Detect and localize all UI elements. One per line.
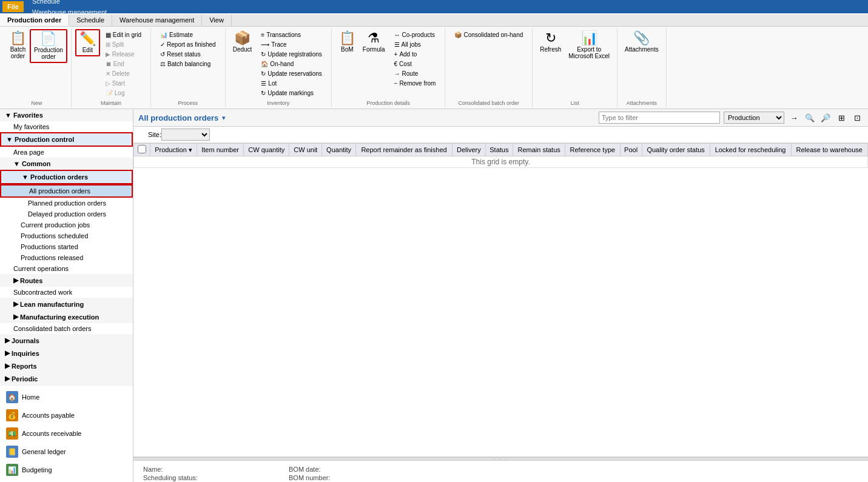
sidebar-item-productions-started[interactable]: Productions started bbox=[0, 241, 133, 252]
site-select[interactable] bbox=[161, 129, 210, 141]
batch-order-button[interactable]: 📋 Batchorder bbox=[6, 29, 30, 62]
deduct-button[interactable]: 📦 Deduct bbox=[229, 29, 256, 55]
add-to-button[interactable]: + Add to bbox=[391, 50, 439, 59]
file-button[interactable]: File bbox=[2, 1, 24, 12]
start-button[interactable]: ▷ Start bbox=[103, 79, 144, 88]
grid-header-release-warehouse[interactable]: Release to warehouse bbox=[791, 144, 868, 156]
update-markings-button[interactable]: ↻ Update markings bbox=[258, 89, 325, 98]
lot-button[interactable]: ☰ Lot bbox=[258, 79, 325, 88]
sidebar-item-favorites[interactable]: ▼ Favorites bbox=[0, 109, 133, 121]
filter-go-button[interactable]: → bbox=[788, 112, 800, 124]
update-reservations-button[interactable]: ↻ Update reservations bbox=[258, 69, 325, 78]
sidebar-item-productions-released[interactable]: Productions released bbox=[0, 252, 133, 263]
grid-header-production[interactable]: Production ▾ bbox=[150, 144, 197, 156]
grid-header-status[interactable]: Status bbox=[485, 144, 513, 156]
estimate-button[interactable]: 📊 Estimate bbox=[157, 30, 219, 39]
grid-table: Production ▾ Item number CW quantity CW … bbox=[133, 143, 868, 168]
filter-input[interactable] bbox=[599, 112, 720, 124]
filter-icon-2[interactable]: 🔎 bbox=[819, 112, 832, 124]
sidebar-item-delayed-production-orders[interactable]: Delayed production orders bbox=[0, 209, 133, 219]
production-order-button[interactable]: 📄 Productionorder bbox=[30, 29, 67, 63]
grid-header-delivery[interactable]: Delivery bbox=[453, 144, 485, 156]
ribbon-tab-production-order[interactable]: Production order bbox=[0, 15, 69, 26]
nav-item-budgeting[interactable]: 📊 Budgeting bbox=[0, 461, 133, 479]
sidebar-item-inquiries[interactable]: ▶ Inquiries bbox=[0, 347, 133, 360]
grid-header-locked-rescheduling[interactable]: Locked for rescheduling bbox=[710, 144, 791, 156]
sidebar-item-planned-production-orders[interactable]: Planned production orders bbox=[0, 198, 133, 209]
log-button[interactable]: 📝 Log bbox=[103, 89, 144, 98]
refresh-button[interactable]: ↻ Refresh bbox=[536, 29, 565, 55]
bom-button[interactable]: 📋 BoM bbox=[335, 29, 359, 55]
remove-from-button[interactable]: − Remove from bbox=[391, 79, 439, 88]
sidebar-item-production-orders[interactable]: ▼ Production orders bbox=[0, 170, 133, 184]
ribbon-tab-schedule[interactable]: Schedule bbox=[69, 15, 112, 26]
report-finished-button[interactable]: ✓ Report as finished bbox=[157, 40, 219, 49]
ribbon-tab-warehouse[interactable]: Warehouse management bbox=[112, 15, 202, 26]
sidebar-item-current-operations[interactable]: Current operations bbox=[0, 263, 133, 274]
sidebar-item-consolidated-batch-orders[interactable]: Consolidated batch orders bbox=[0, 323, 133, 334]
select-all-checkbox[interactable] bbox=[138, 145, 146, 153]
reset-status-button[interactable]: ↺ Reset status bbox=[157, 50, 219, 59]
batch-balancing-button[interactable]: ⚖ Batch balancing bbox=[157, 59, 219, 69]
nav-item-cost-accounting[interactable]: 🧮 Cost accounting bbox=[0, 479, 133, 482]
sidebar-item-my-favorites[interactable]: My favorites bbox=[0, 121, 133, 132]
split-button[interactable]: ⊞ Split bbox=[103, 40, 144, 49]
grid-header-report-remainder[interactable]: Report remainder as finished bbox=[355, 144, 452, 156]
on-hand-button[interactable]: 🏠 On-hand bbox=[258, 59, 325, 69]
update-registrations-button[interactable]: ↻ Update registrations bbox=[258, 50, 325, 59]
release-button[interactable]: ▶ Release bbox=[103, 50, 144, 59]
nav-item-accounts-payable[interactable]: 💰 Accounts payable bbox=[0, 406, 133, 424]
grid-header-remain-status[interactable]: Remain status bbox=[513, 144, 565, 156]
filter-dropdown[interactable]: Production bbox=[724, 112, 784, 124]
sidebar-item-lean-manufacturing[interactable]: ▶ Lean manufacturing bbox=[0, 298, 133, 310]
sidebar-item-common[interactable]: ▼ Common bbox=[0, 158, 133, 170]
edit-button[interactable]: ✏️ Edit bbox=[75, 29, 100, 56]
grid-header-checkbox[interactable] bbox=[134, 144, 150, 156]
sidebar-item-productions-scheduled[interactable]: Productions scheduled bbox=[0, 230, 133, 241]
sidebar-item-journals[interactable]: ▶ Journals bbox=[0, 334, 133, 347]
sidebar-item-periodic[interactable]: ▶ Periodic bbox=[0, 372, 133, 385]
sidebar-item-manufacturing-execution[interactable]: ▶ Manufacturing execution bbox=[0, 310, 133, 323]
sidebar-item-current-production-jobs[interactable]: Current production jobs bbox=[0, 219, 133, 230]
consolidated-on-hand-button[interactable]: 📦 Consolidated on-hand bbox=[451, 30, 526, 39]
sidebar-item-reports[interactable]: ▶ Reports bbox=[0, 360, 133, 372]
nav-item-home[interactable]: 🏠 Home bbox=[0, 388, 133, 406]
grid-header-pool[interactable]: Pool bbox=[620, 144, 642, 156]
sidebar-item-routes[interactable]: ▶ Routes bbox=[0, 274, 133, 287]
edit-in-grid-button[interactable]: ▦ Edit in grid bbox=[103, 30, 144, 39]
end-button[interactable]: ⏹ End bbox=[103, 59, 144, 69]
attachments-button[interactable]: 📎 Attachments bbox=[621, 29, 662, 55]
co-products-button[interactable]: ↔ Co-products bbox=[391, 30, 439, 39]
site-row: Site: bbox=[133, 127, 868, 143]
sidebar-item-all-production-orders[interactable]: All production orders bbox=[0, 184, 133, 198]
filter-icon-3[interactable]: ⊞ bbox=[835, 112, 847, 124]
ribbon-tab-view[interactable]: View bbox=[202, 15, 232, 26]
menu-tab-schedule[interactable]: Schedule bbox=[26, 0, 113, 7]
nav-item-accounts-receivable[interactable]: 💵 Accounts receivable bbox=[0, 424, 133, 443]
route-button[interactable]: → Route bbox=[391, 69, 439, 78]
grid-container[interactable]: Production ▾ Item number CW quantity CW … bbox=[133, 143, 868, 457]
filter-icon-1[interactable]: 🔍 bbox=[804, 112, 816, 124]
filter-icon-4[interactable]: ⊡ bbox=[851, 112, 863, 124]
cost-button[interactable]: € Cost bbox=[391, 59, 439, 69]
all-jobs-button[interactable]: ☰ All jobs bbox=[391, 40, 439, 49]
grid-header-cw-quantity[interactable]: CW quantity bbox=[244, 144, 289, 156]
sidebar-item-subcontracted-work[interactable]: Subcontracted work bbox=[0, 287, 133, 298]
refresh-icon: ↻ bbox=[545, 32, 556, 45]
grid-header-cw-unit[interactable]: CW unit bbox=[289, 144, 322, 156]
nav-item-budgeting-label: Budgeting bbox=[22, 466, 52, 474]
formula-button[interactable]: ⚗ Formula bbox=[359, 29, 389, 55]
sidebar-item-area-page[interactable]: Area page bbox=[0, 147, 133, 158]
grid-header-reference-type[interactable]: Reference type bbox=[565, 144, 620, 156]
delete-button[interactable]: ✕ Delete bbox=[103, 69, 144, 78]
sidebar-item-production-control[interactable]: ▼ Production control bbox=[0, 132, 133, 147]
title-dropdown-btn[interactable]: ▾ bbox=[222, 114, 226, 122]
export-excel-button[interactable]: 📊 Export toMicrosoft Excel bbox=[565, 29, 613, 62]
trace-button[interactable]: ⟿ Trace bbox=[258, 40, 325, 49]
grid-header-quality-order-status[interactable]: Quality order status bbox=[642, 144, 710, 156]
grid-header-item-number[interactable]: Item number bbox=[197, 144, 244, 156]
nav-item-general-ledger[interactable]: 📒 General ledger bbox=[0, 443, 133, 461]
transactions-button[interactable]: ≡ Transactions bbox=[258, 30, 325, 39]
grid-header-quantity[interactable]: Quantity bbox=[322, 144, 356, 156]
ribbon-group-process: 📊 Estimate ✓ Report as finished ↺ Reset … bbox=[151, 28, 226, 107]
